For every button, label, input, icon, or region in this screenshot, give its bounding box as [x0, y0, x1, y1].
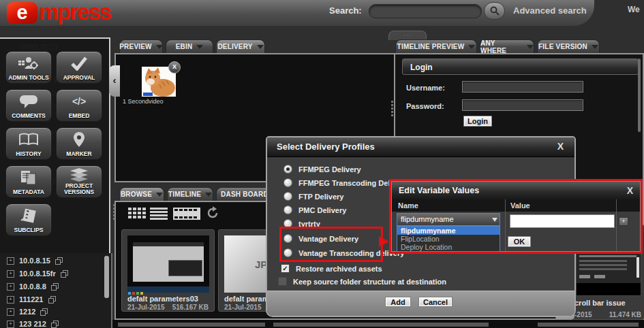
tab-timeline[interactable]: TIMELINE — [167, 187, 213, 201]
tree-item[interactable]: + 123 212 — [7, 320, 59, 328]
expand-plus-icon[interactable]: + — [7, 283, 14, 291]
dropdown-option[interactable]: Deploy Location — [397, 243, 500, 251]
empress-logo-icon[interactable]: e — [7, 2, 37, 24]
sidebar-collapse-handle[interactable]: ‹ — [109, 65, 120, 97]
login-button[interactable]: Login — [463, 116, 492, 127]
column-divider — [505, 199, 506, 251]
advanced-search-link[interactable]: Advanced search — [513, 5, 587, 16]
tab-timeline-preview[interactable]: TIMELINE PREVIEW — [395, 39, 477, 53]
tree-item[interactable]: + 111221 — [7, 295, 56, 304]
radio-icon[interactable] — [283, 178, 292, 187]
asset-thumbnail[interactable] — [576, 252, 641, 296]
welcome-text: We — [628, 5, 640, 14]
tab-browse[interactable]: BROWSE — [119, 187, 164, 201]
tree-item[interactable]: + 10.0.8.8 — [7, 282, 59, 291]
radio-icon[interactable] — [283, 192, 292, 201]
tree-item[interactable]: + 10.0.8.15fr — [7, 269, 68, 278]
asset-date: 21-Jul-2015 — [127, 304, 164, 311]
close-icon[interactable]: X — [557, 141, 564, 152]
copy-icon — [40, 308, 48, 316]
expand-plus-icon[interactable]: + — [7, 257, 14, 265]
asset-size: 11.474 KB — [609, 311, 641, 318]
bottom-scroll-bar[interactable] — [112, 320, 644, 328]
remove-thumbnail-button[interactable]: X — [168, 61, 181, 73]
radio-icon[interactable] — [283, 206, 292, 214]
marker-button[interactable]: MARKER — [56, 127, 102, 160]
list-view-icon[interactable] — [150, 208, 168, 220]
project-versions-button[interactable]: PROJECT VERSIONS — [56, 165, 102, 198]
dialog-title-bar: Edit Variable Values X — [392, 182, 640, 199]
modal-title-bar: Select Delivery Profiles X — [267, 137, 574, 157]
checkbox-checked-icon[interactable]: ✓ — [281, 264, 290, 273]
asset-thumbnail[interactable] — [127, 235, 209, 293]
variable-value-input[interactable] — [510, 214, 615, 228]
search-input[interactable] — [369, 4, 482, 18]
tree-item[interactable]: + 1212 — [7, 308, 48, 316]
search-icon — [489, 5, 500, 16]
checkbox-icon[interactable] — [278, 277, 287, 286]
password-field[interactable] — [462, 99, 583, 111]
grid-view-icon[interactable] — [128, 208, 146, 220]
expand-plus-icon[interactable]: + — [7, 321, 14, 328]
history-button[interactable]: HISTORY — [5, 127, 52, 160]
value-column-header: Value — [510, 201, 530, 210]
password-label: Password: — [406, 102, 444, 110]
expand-plus-icon[interactable]: + — [7, 270, 14, 278]
layers-icon — [70, 166, 89, 183]
tab-preview[interactable]: PREVIEW — [119, 39, 163, 53]
scrollbar-segment[interactable] — [273, 323, 489, 327]
tab-delivery[interactable]: DELIVERY — [216, 39, 265, 53]
tab-any-where[interactable]: ANY WHERE — [480, 39, 534, 53]
dialog-title: Edit Variable Values — [399, 186, 479, 195]
subclips-button[interactable]: SUBCLIPS — [5, 203, 52, 236]
panel-drag-handle[interactable] — [113, 204, 116, 220]
asset-card[interactable]: defalt parameters03 21-Jul-2015 516.167 … — [121, 229, 215, 312]
username-field[interactable] — [462, 81, 583, 93]
tab-label: BROWSE — [121, 191, 152, 198]
panel-tab-nub[interactable]: · · · — [388, 31, 427, 40]
keep-folder-structure-checkbox[interactable]: Keep source folder structure at destinat… — [278, 277, 446, 286]
video-thumbnail[interactable]: X — [142, 67, 176, 97]
expand-plus-icon[interactable]: + — [7, 308, 14, 316]
scrollbar-segment[interactable] — [538, 323, 639, 327]
close-icon[interactable]: X — [627, 185, 633, 196]
add-row-button[interactable]: + — [619, 217, 628, 226]
dropdown-option[interactable]: FlipLocation — [397, 235, 500, 243]
cancel-button[interactable]: Cancel — [418, 297, 453, 307]
comments-button[interactable]: COMMENTS — [5, 89, 52, 122]
copy-icon — [61, 270, 68, 278]
expand-plus-icon[interactable]: + — [7, 296, 14, 304]
tree-item[interactable]: + 10.0.8.15 — [7, 257, 63, 265]
profile-radio-ffmpeg-delivery[interactable]: FFMPEG Delivery — [283, 165, 361, 174]
add-button[interactable]: Add — [385, 297, 411, 307]
refresh-icon[interactable] — [206, 206, 219, 220]
radio-selected-icon[interactable] — [283, 165, 292, 174]
profile-radio-ftp-delivery[interactable]: FTP Delivery — [283, 192, 343, 201]
login-header: Login — [402, 59, 639, 75]
tab-dash-board[interactable]: DASH BOARD — [216, 187, 273, 201]
embed-button[interactable]: </> EMBED — [56, 89, 102, 122]
tree-scrollbar[interactable] — [104, 256, 109, 298]
restore-archived-checkbox[interactable]: ✓ Restore archived assets — [281, 264, 382, 273]
ok-button[interactable]: OK — [508, 236, 531, 247]
embed-code-icon: </> — [72, 90, 86, 113]
scrollbar-segment[interactable] — [118, 323, 265, 327]
panel-drag-handle[interactable] — [391, 101, 394, 116]
metadata-docs-icon — [20, 166, 37, 189]
tab-label: DASH BOARD — [221, 191, 269, 198]
chevron-down-icon — [592, 45, 598, 49]
tab-ebin[interactable]: EBIN — [166, 39, 213, 53]
tab-file-version[interactable]: FILE VERSION — [537, 39, 600, 53]
metadata-button[interactable]: METADATA — [5, 165, 52, 198]
search-button[interactable] — [484, 2, 505, 20]
panel-scrollbar[interactable] — [638, 59, 641, 132]
admin-tools-button[interactable]: ADMIN TOOLS — [5, 51, 52, 84]
profile-radio-pmc-delivery[interactable]: PMC Delivery — [283, 206, 346, 214]
modal-footer: Add Cancel — [267, 291, 574, 316]
asset-title: croll bar issue — [574, 299, 626, 307]
variable-name-dropdown[interactable]: flipdummyname — [397, 213, 500, 226]
dropdown-option-selected[interactable]: flipdummyname — [397, 227, 500, 235]
edit-variable-values-dialog: Edit Variable Values X Name Value flipdu… — [389, 179, 643, 254]
filmstrip-view-icon[interactable] — [173, 208, 200, 220]
approval-button[interactable]: APPROVAL — [56, 51, 102, 84]
